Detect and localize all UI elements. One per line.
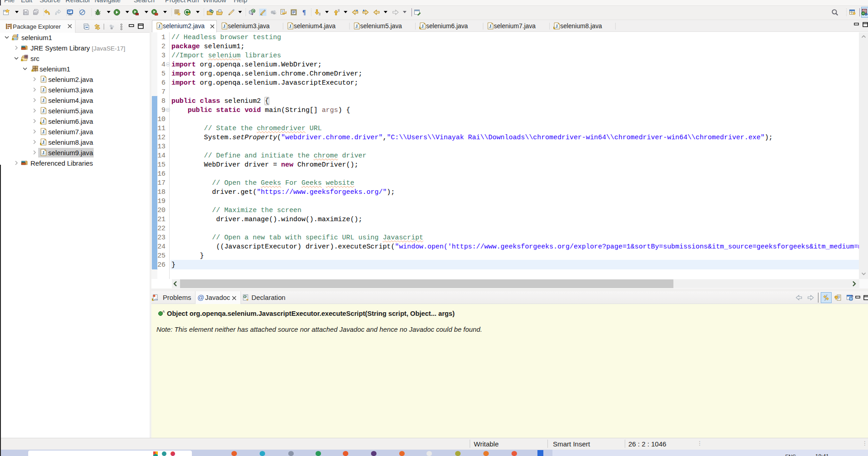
svg-text:J: J — [42, 150, 45, 155]
svg-text:J: J — [16, 34, 19, 38]
svg-text:J: J — [42, 77, 45, 82]
svg-text:J: J — [42, 108, 45, 113]
svg-text:J: J — [42, 87, 45, 92]
svg-text:J: J — [489, 24, 492, 29]
svg-text:J: J — [556, 24, 558, 29]
svg-text:¶: ¶ — [302, 9, 306, 16]
svg-text:J: J — [42, 98, 45, 103]
svg-text:J: J — [356, 24, 358, 29]
svg-text:J: J — [42, 129, 45, 134]
svg-text:J: J — [223, 24, 226, 29]
svg-text:J: J — [42, 140, 45, 145]
svg-text:J: J — [289, 24, 291, 29]
svg-text:J: J — [42, 119, 45, 124]
svg-text:A: A — [162, 309, 165, 314]
svg-text:J: J — [158, 24, 161, 29]
svg-text:J: J — [421, 24, 424, 29]
